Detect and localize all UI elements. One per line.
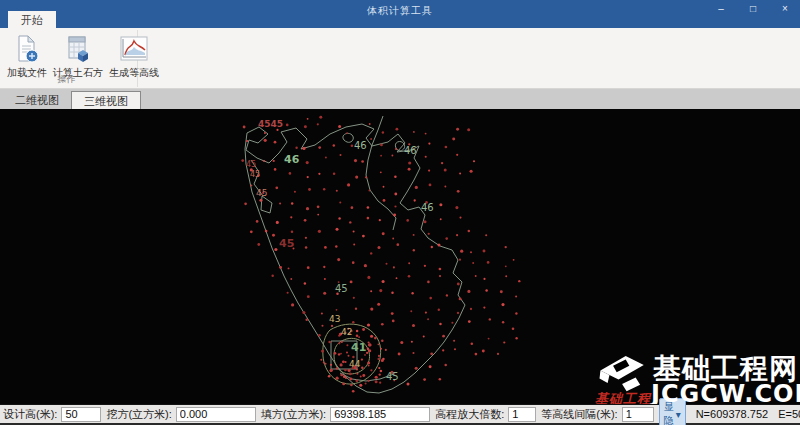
- svg-text:4545: 4545: [258, 119, 283, 129]
- svg-text:43: 43: [329, 314, 340, 324]
- svg-text:45: 45: [335, 283, 348, 294]
- title-bar: 体积计算工具 – □ × 开始: [0, 0, 800, 28]
- load-file-icon: [12, 34, 42, 64]
- svg-text:46: 46: [404, 145, 417, 156]
- dropdown-arrow-icon: ▾: [676, 409, 681, 420]
- show-hide-label: 显隐: [664, 400, 674, 425]
- app-window: 体积计算工具 – □ × 开始: [0, 0, 800, 425]
- window-title: 体积计算工具: [367, 4, 433, 18]
- elevation-scale-input[interactable]: [508, 407, 536, 422]
- cut-volume-label: 挖方(立方米):: [106, 407, 171, 422]
- view-tab-bar: 二维视图 三维视图: [0, 89, 800, 109]
- terrain-plot: 45454545454646464546454342414445: [0, 109, 800, 404]
- svg-text:42: 42: [341, 327, 352, 337]
- maximize-icon[interactable]: □: [744, 2, 762, 16]
- cut-volume-input[interactable]: [176, 407, 256, 422]
- ribbon: 加载文件: [0, 28, 800, 89]
- svg-text:45: 45: [246, 160, 256, 169]
- status-bar: 设计高(米): 挖方(立方米): 填方(立方米): 高程放大倍数: 等高线间隔(…: [0, 404, 800, 425]
- elevation-scale-field: 高程放大倍数:: [435, 407, 536, 422]
- svg-text:45: 45: [256, 188, 267, 198]
- fill-volume-label: 填方(立方米):: [261, 407, 326, 422]
- contour-interval-field: 等高线间隔(米):: [541, 407, 653, 422]
- svg-text:44: 44: [349, 359, 361, 369]
- close-icon[interactable]: ×: [776, 2, 794, 16]
- svg-text:46: 46: [354, 140, 367, 151]
- tab-3d-view[interactable]: 三维视图: [71, 91, 141, 109]
- contour-interval-input[interactable]: [622, 407, 654, 422]
- show-hide-button[interactable]: 显隐 ▾: [659, 398, 686, 425]
- svg-text:45: 45: [386, 371, 399, 382]
- generate-contour-icon: [119, 34, 149, 64]
- group-label-operations: 操作: [2, 73, 131, 86]
- design-height-input[interactable]: [61, 407, 101, 422]
- window-controls: – □ ×: [712, 2, 794, 16]
- tab-2d-view[interactable]: 二维视图: [3, 91, 71, 109]
- east-coordinate: E=507445.277: [778, 408, 800, 420]
- calc-earthwork-icon: [63, 34, 93, 64]
- ribbon-tab-start[interactable]: 开始: [8, 11, 56, 28]
- cut-volume-field: 挖方(立方米):: [106, 407, 255, 422]
- design-height-field: 设计高(米):: [3, 407, 101, 422]
- svg-text:46: 46: [421, 202, 434, 213]
- design-height-label: 设计高(米):: [3, 407, 57, 422]
- fill-volume-field: 填方(立方米):: [261, 407, 430, 422]
- map-canvas[interactable]: 45454545454646464546454342414445 基础工程网 J…: [0, 109, 800, 404]
- svg-text:41: 41: [351, 341, 366, 354]
- svg-text:46: 46: [284, 153, 300, 166]
- fill-volume-input[interactable]: [330, 407, 430, 422]
- svg-text:45: 45: [250, 170, 260, 179]
- north-coordinate: N=609378.752: [696, 408, 768, 420]
- svg-text:45: 45: [279, 237, 294, 250]
- minimize-icon[interactable]: –: [712, 2, 730, 16]
- ribbon-group-operations: 加载文件: [2, 30, 138, 87]
- contour-interval-label: 等高线间隔(米):: [541, 407, 617, 422]
- elevation-scale-label: 高程放大倍数:: [435, 407, 504, 422]
